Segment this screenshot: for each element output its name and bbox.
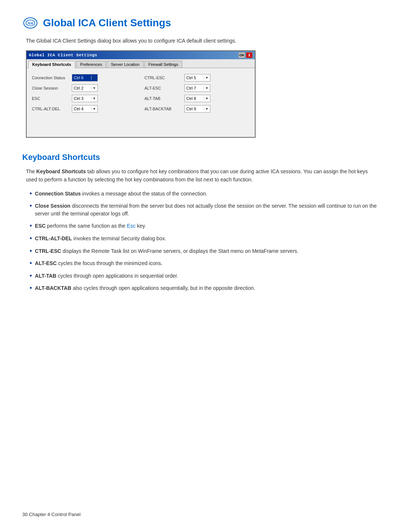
dialog-titlebar: Global ICA Client Settings OK X — [27, 51, 255, 59]
section-heading-keyboard-shortcuts: Keyboard Shortcuts — [22, 153, 378, 162]
intro-text: The Global ICA Client Settings dialog bo… — [26, 38, 378, 44]
select-alt-esc-arrow: ▼ — [204, 86, 209, 90]
bullet-dot: • — [30, 260, 32, 268]
keyboard-shortcuts-section: Keyboard Shortcuts The Keyboard Shortcut… — [22, 153, 378, 292]
bullet-text-alt-esc: ALT-ESC cycles the focus through the min… — [35, 260, 162, 267]
select-alt-tab-arrow: ▼ — [204, 97, 209, 100]
section-description: The Keyboard Shortcuts tab allows you to… — [26, 167, 378, 184]
tab-firewall-settings[interactable]: Firewall Settings — [144, 61, 183, 68]
select-connection-status[interactable]: Ctrl 6 ▼ — [72, 74, 98, 81]
setting-row-alt-esc: ALT-ESC Ctrl 7 ▼ — [144, 84, 250, 92]
select-close-session-arrow: ▼ — [91, 86, 96, 90]
select-ctrl-alt-del-value: Ctrl 4 — [74, 107, 90, 111]
tab-server-location[interactable]: Server Location — [107, 61, 143, 68]
dialog-ok-button[interactable]: OK — [239, 52, 245, 58]
ica-logo-icon: ica — [22, 15, 39, 31]
select-alt-backtab[interactable]: Ctrl 9 ▼ — [184, 105, 210, 113]
bold-alt-backtab: ALT-BACKTAB — [35, 285, 71, 291]
bold-alt-esc: ALT-ESC — [35, 260, 57, 266]
bullet-text-alt-backtab: ALT-BACKTAB also cycles through open app… — [35, 284, 255, 292]
bullet-text-ctrl-esc: CTRL-ESC displays the Remote Task list o… — [35, 247, 299, 255]
list-item-close-session: • Close Session disconnects the terminal… — [30, 202, 378, 218]
dialog-content: Connection Status Ctrl 6 ▼ Close Session… — [27, 68, 255, 137]
bullet-text-connection-status: Connection Status invokes a message abou… — [35, 190, 207, 198]
label-esc: ESC — [32, 96, 69, 101]
select-alt-tab-value: Ctrl 8 — [186, 96, 202, 101]
dialog-titlebar-buttons: OK X — [239, 52, 253, 58]
label-ctrl-alt-del: CTRL-ALT-DEL — [32, 107, 69, 111]
select-alt-esc-value: Ctrl 7 — [186, 86, 202, 90]
select-ctrl-esc[interactable]: Ctrl 5 ▼ — [184, 74, 210, 81]
select-ctrl-alt-del-arrow: ▼ — [91, 107, 96, 111]
bullet-dot: • — [30, 202, 32, 210]
page-header: ica Global ICA Client Settings — [22, 15, 378, 31]
bullet-text-esc: ESC performs the same function as the Es… — [35, 222, 146, 230]
label-ctrl-esc: CTRL-ESC — [144, 76, 181, 80]
dialog-close-button[interactable]: X — [246, 52, 253, 58]
bullet-text-close-session: Close Session disconnects the terminal f… — [35, 202, 378, 218]
settings-right-column: CTRL-ESC Ctrl 5 ▼ ALT-ESC Ctrl 7 ▼ ALT-T… — [144, 74, 250, 113]
setting-row-close-session: Close Session Ctrl 2 ▼ — [32, 84, 137, 92]
tab-preferences[interactable]: Preferences — [76, 61, 106, 68]
label-alt-tab: ALT-TAB — [144, 96, 181, 101]
setting-row-alt-tab: ALT-TAB Ctrl 8 ▼ — [144, 95, 250, 102]
esc-link[interactable]: Esc — [127, 223, 136, 229]
bold-esc: ESC — [35, 223, 46, 229]
bold-ctrl-alt-del: CTRL-ALT-DEL — [35, 235, 72, 241]
tab-keyboard-shortcuts[interactable]: Keyboard Shortcuts — [28, 61, 75, 68]
bullet-list: • Connection Status invokes a message ab… — [30, 190, 378, 292]
label-close-session: Close Session — [32, 86, 69, 90]
bullet-dot: • — [30, 272, 32, 280]
bullet-text-ctrl-alt-del: CTRL-ALT-DEL invokes the terminal Securi… — [35, 235, 166, 242]
select-ctrl-esc-arrow: ▼ — [204, 76, 209, 80]
list-item-ctrl-esc: • CTRL-ESC displays the Remote Task list… — [30, 247, 378, 255]
select-close-session-value: Ctrl 2 — [74, 86, 90, 90]
setting-row-ctrl-alt-del: CTRL-ALT-DEL Ctrl 4 ▼ — [32, 105, 137, 113]
bold-ctrl-esc: CTRL-ESC — [35, 248, 61, 254]
settings-left-column: Connection Status Ctrl 6 ▼ Close Session… — [32, 74, 137, 113]
select-alt-tab[interactable]: Ctrl 8 ▼ — [184, 95, 210, 102]
setting-row-connection-status: Connection Status Ctrl 6 ▼ — [32, 74, 137, 81]
label-connection-status: Connection Status — [32, 76, 69, 80]
dialog-box: Global ICA Client Settings OK X Keyboard… — [26, 50, 256, 138]
setting-row-ctrl-esc: CTRL-ESC Ctrl 5 ▼ — [144, 74, 250, 81]
bullet-dot: • — [30, 222, 32, 230]
select-esc-arrow: ▼ — [91, 97, 96, 100]
bullet-text-alt-tab: ALT-TAB cycles through open applications… — [35, 272, 178, 280]
dialog-tabs: Keyboard Shortcuts Preferences Server Lo… — [27, 59, 255, 68]
page-footer: 30 Chapter 4 Control Panel — [22, 512, 81, 517]
label-alt-backtab: ALT-BACKTAB — [144, 107, 181, 111]
settings-grid: Connection Status Ctrl 6 ▼ Close Session… — [32, 74, 250, 113]
list-item-alt-esc: • ALT-ESC cycles the focus through the m… — [30, 260, 378, 268]
bold-alt-tab: ALT-TAB — [35, 273, 56, 279]
list-item-alt-backtab: • ALT-BACKTAB also cycles through open a… — [30, 284, 378, 292]
select-alt-backtab-arrow: ▼ — [204, 107, 209, 111]
dialog-titlebar-title: Global ICA Client Settings — [29, 53, 97, 57]
list-item-ctrl-alt-del: • CTRL-ALT-DEL invokes the terminal Secu… — [30, 235, 378, 243]
select-ctrl-esc-value: Ctrl 5 — [186, 76, 202, 80]
bullet-dot: • — [30, 284, 32, 292]
setting-row-esc: ESC Ctrl 3 ▼ — [32, 95, 137, 102]
bullet-dot: • — [30, 235, 32, 243]
list-item-connection-status: • Connection Status invokes a message ab… — [30, 190, 378, 198]
select-connection-status-value: Ctrl 6 — [74, 76, 90, 80]
label-alt-esc: ALT-ESC — [144, 86, 181, 90]
bold-close-session: Close Session — [35, 203, 70, 209]
select-connection-status-arrow: ▼ — [91, 76, 96, 80]
select-esc[interactable]: Ctrl 3 ▼ — [72, 95, 98, 102]
bold-connection-status: Connection Status — [35, 191, 81, 197]
setting-row-alt-backtab: ALT-BACKTAB Ctrl 9 ▼ — [144, 105, 250, 113]
select-esc-value: Ctrl 3 — [74, 96, 90, 101]
svg-text:ica: ica — [28, 21, 33, 25]
list-item-esc: • ESC performs the same function as the … — [30, 222, 378, 230]
select-ctrl-alt-del[interactable]: Ctrl 4 ▼ — [72, 105, 98, 113]
select-alt-esc[interactable]: Ctrl 7 ▼ — [184, 84, 210, 92]
list-item-alt-tab: • ALT-TAB cycles through open applicatio… — [30, 272, 378, 280]
bullet-dot: • — [30, 190, 32, 198]
bold-keyboard-shortcuts: Keyboard Shortcuts — [36, 168, 86, 174]
bullet-dot: • — [30, 247, 32, 255]
page-title: Global ICA Client Settings — [43, 17, 171, 29]
select-alt-backtab-value: Ctrl 9 — [186, 107, 202, 111]
select-close-session[interactable]: Ctrl 2 ▼ — [72, 84, 98, 92]
